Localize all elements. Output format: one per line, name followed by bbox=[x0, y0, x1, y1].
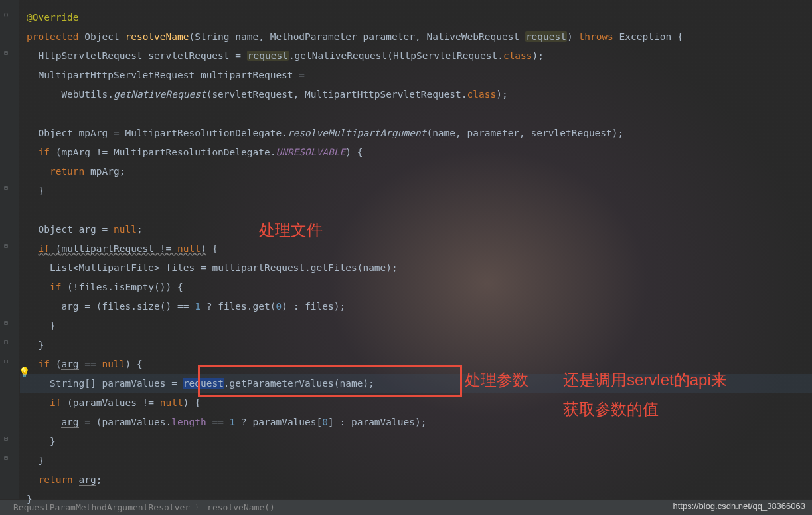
code-line: @Override bbox=[20, 8, 812, 27]
code-line: arg = (files.size() == 1 ? files.get(0) … bbox=[20, 297, 812, 316]
code-line: HttpServletRequest servletRequest = requ… bbox=[20, 47, 812, 66]
code-line: } bbox=[20, 451, 812, 470]
code-line bbox=[20, 201, 812, 220]
code-line: if (multipartRequest != null) { bbox=[20, 239, 812, 258]
code-line: List<MultipartFile> files = multipartReq… bbox=[20, 258, 812, 278]
code-line: } bbox=[20, 490, 812, 509]
code-line: arg = (paramValues.length == 1 ? paramVa… bbox=[20, 413, 812, 432]
code-line: if (arg == null) { bbox=[20, 355, 812, 374]
text-selection: request bbox=[183, 378, 224, 389]
code-line: return arg; bbox=[20, 470, 812, 490]
lightbulb-icon[interactable]: 💡 bbox=[19, 367, 30, 377]
code-line: } bbox=[20, 432, 812, 451]
code-line: protected Object resolveName(String name… bbox=[20, 27, 812, 47]
code-line: return mpArg; bbox=[20, 162, 812, 181]
code-line: if (paramValues != null) { bbox=[20, 393, 812, 413]
code-line: if (!files.isEmpty()) { bbox=[20, 278, 812, 297]
code-line bbox=[20, 104, 812, 124]
code-line: Object mpArg = MultipartResolutionDelega… bbox=[20, 124, 812, 143]
code-line: WebUtils.getNativeRequest(servletRequest… bbox=[20, 85, 812, 104]
code-line: String[] paramValues = request.getParame… bbox=[20, 374, 812, 393]
code-line: } bbox=[20, 316, 812, 336]
code-line: } bbox=[20, 336, 812, 355]
code-line: if (mpArg != MultipartResolutionDelegate… bbox=[20, 143, 812, 162]
code-line: MultipartHttpServletRequest multipartReq… bbox=[20, 66, 812, 85]
code-editor[interactable]: @Override protected Object resolveName(S… bbox=[0, 0, 812, 509]
code-line: } bbox=[20, 181, 812, 201]
code-line: Object arg = null; bbox=[20, 220, 812, 239]
